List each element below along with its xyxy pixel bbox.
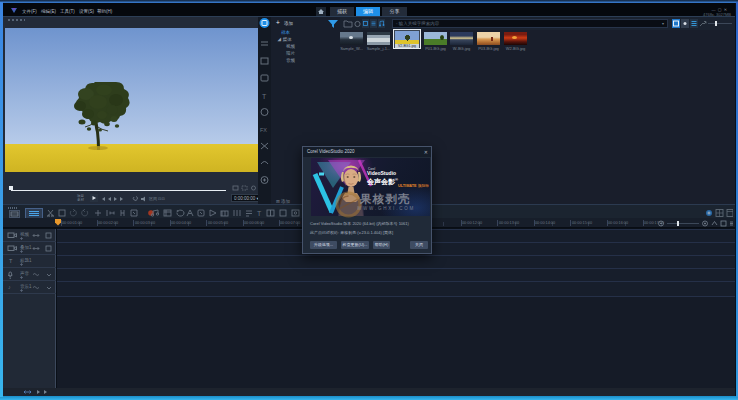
svg-text:视频: 视频 [20, 231, 30, 237]
svg-text:叠加1: 叠加1 [20, 245, 32, 250]
svg-text:标题1: 标题1 [19, 258, 32, 264]
svg-text:FX: FX [260, 127, 267, 133]
svg-text:T: T [262, 93, 267, 100]
svg-text:T: T [9, 258, 13, 264]
svg-text:♪: ♪ [8, 284, 11, 290]
svg-text:声音: 声音 [20, 271, 30, 276]
svg-text:T: T [257, 210, 262, 217]
svg-text:音乐1: 音乐1 [20, 284, 32, 289]
